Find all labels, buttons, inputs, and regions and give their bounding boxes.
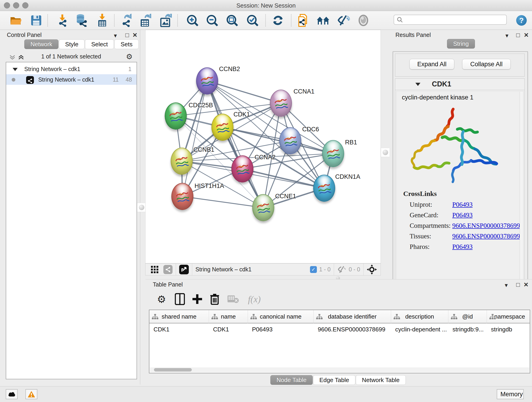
delete-column-trash-icon[interactable] <box>208 292 222 306</box>
tab-network-table[interactable]: Network Table <box>356 375 406 385</box>
cell-database-identifier[interactable]: 9606.ENSP00000378699 <box>314 323 391 335</box>
import-table-button[interactable] <box>95 13 109 27</box>
tab-sets[interactable]: Sets <box>114 39 139 49</box>
node-CCNE1[interactable] <box>252 194 274 221</box>
right-splitter-handle[interactable] <box>381 148 390 157</box>
node-CDC6[interactable] <box>279 127 301 154</box>
search-input[interactable] <box>405 16 506 24</box>
node-CDKN1A[interactable] <box>313 175 335 202</box>
warning-button[interactable] <box>25 389 37 399</box>
import-network-file-button[interactable] <box>55 13 69 27</box>
save-session-button[interactable] <box>29 13 43 27</box>
zoom-selected-button[interactable] <box>245 13 260 27</box>
edge-HIST1H1A-CCNE1[interactable] <box>182 196 263 208</box>
expand-all-button[interactable]: Expand All <box>409 59 454 70</box>
column-header-namespace[interactable]: namespace <box>487 310 530 323</box>
hide-selected-button[interactable] <box>336 13 351 27</box>
cell-name[interactable]: CDK1 <box>209 323 248 335</box>
node-CCNB2[interactable] <box>196 67 218 95</box>
string-view-icon[interactable] <box>163 265 172 274</box>
show-columns-icon[interactable] <box>173 292 187 306</box>
collection-count: 1 <box>128 64 132 74</box>
column-header-canonical-name[interactable]: canonical name <box>248 310 314 323</box>
column-header-@id[interactable]: @id <box>448 310 487 323</box>
cloud-button[interactable] <box>6 389 18 399</box>
toolbar-separator <box>177 14 178 27</box>
float-panel-icon[interactable]: □ <box>516 32 520 39</box>
tab-select[interactable]: Select <box>85 39 114 49</box>
crosslink-link[interactable]: 9606.ENSP00000378699 <box>452 232 520 240</box>
network-status-bar: String Network – cdk1 ✓ 1 - 0 0 - 0 <box>145 263 381 275</box>
left-splitter-handle[interactable] <box>137 203 146 212</box>
node-RB1[interactable] <box>322 140 344 167</box>
node-CCNA1[interactable] <box>270 89 292 117</box>
edge-CCNB2-HIST1H1A[interactable] <box>182 81 207 196</box>
open-in-window-icon[interactable] <box>179 265 189 274</box>
memory-button[interactable]: Memory <box>497 389 524 399</box>
collapse-panel-icon[interactable]: ▾ <box>114 32 117 39</box>
close-panel-icon[interactable]: ✕ <box>524 281 529 288</box>
help-button[interactable]: ? <box>514 13 529 27</box>
node-CCNB1[interactable] <box>171 148 193 175</box>
zoom-in-button[interactable] <box>185 13 200 27</box>
delete-table-icon[interactable] <box>226 292 240 306</box>
edge-CCNB2-CCNA1[interactable] <box>207 81 281 103</box>
node-HIST1H1A[interactable] <box>171 183 193 210</box>
duplicate-network-button[interactable] <box>296 13 310 27</box>
cell-description[interactable]: cyclin-dependent ... <box>391 323 448 335</box>
refresh-button[interactable] <box>271 13 285 27</box>
tab-string[interactable]: String <box>447 39 475 49</box>
column-header-database-identifier[interactable]: database identifier <box>314 310 391 323</box>
column-header-shared-name[interactable]: shared name <box>149 310 209 323</box>
zoom-fit-button[interactable] <box>225 13 239 27</box>
table-row[interactable]: CDK1CDK1P064939606.ENSP00000378699cyclin… <box>149 323 530 335</box>
gear-icon[interactable]: ⚙ <box>126 52 133 61</box>
crosslink-label: GeneCard: <box>410 211 438 219</box>
selected-checkbox-icon[interactable]: ✓ <box>310 266 317 273</box>
node-CDC25B[interactable] <box>165 102 187 129</box>
cdk1-section-header[interactable]: CDK1 <box>395 79 525 90</box>
node-CCNA2[interactable] <box>231 155 253 182</box>
birdseye-crosshair-icon[interactable] <box>367 264 377 274</box>
results-scrollbar[interactable] <box>520 92 523 288</box>
network-canvas[interactable]: CCNB2CCNA1CDC25BCDK1CDC6RB1CCNB1CCNA2CDK… <box>145 30 381 263</box>
table-hscrollbar[interactable] <box>150 367 529 372</box>
collapse-all-button[interactable]: Collapse All <box>462 59 511 70</box>
tab-style[interactable]: Style <box>59 39 85 49</box>
network-collection-row[interactable]: String Network – cdk1 1 <box>6 64 137 74</box>
close-panel-icon[interactable]: ✕ <box>524 32 529 39</box>
crosslink-label: Uniprot: <box>410 201 432 208</box>
collapse-panel-icon[interactable]: ▾ <box>505 282 508 289</box>
export-table-button[interactable] <box>138 13 152 27</box>
crosslink-link[interactable]: P06493 <box>452 243 473 250</box>
node-CDK1[interactable] <box>211 114 234 141</box>
function-builder-icon[interactable]: f(x) <box>244 292 265 306</box>
float-panel-icon[interactable]: □ <box>125 32 129 39</box>
column-header-description[interactable]: description <box>391 310 448 323</box>
grid-view-icon[interactable] <box>151 265 159 274</box>
tab-node-table[interactable]: Node Table <box>270 375 313 385</box>
collapse-panel-icon[interactable]: ▾ <box>505 32 508 39</box>
cell-namespace[interactable]: stringdb <box>487 323 530 335</box>
column-header-name[interactable]: name <box>209 310 248 323</box>
show-all-button[interactable] <box>356 13 370 27</box>
export-network-button[interactable] <box>119 13 133 27</box>
cell-shared-name[interactable]: CDK1 <box>149 323 209 335</box>
crosslink-link[interactable]: 9606.ENSP00000378699 <box>452 222 520 230</box>
table-settings-gear-icon[interactable]: ⚙ <box>155 292 168 306</box>
tab-edge-table[interactable]: Edge Table <box>313 375 355 385</box>
zoom-out-button[interactable] <box>205 13 219 27</box>
close-panel-icon[interactable]: ✕ <box>133 32 138 39</box>
float-panel-icon[interactable]: □ <box>516 281 520 288</box>
cell-@id[interactable]: stringdb:9... <box>448 323 487 335</box>
import-network-from-database-button[interactable] <box>74 13 88 27</box>
open-session-button[interactable] <box>9 13 23 27</box>
crosslink-link[interactable]: P06493 <box>452 201 473 208</box>
network-row-selected[interactable]: String Network – cdk1 11 48 <box>6 74 137 85</box>
tab-network[interactable]: Network <box>24 39 58 49</box>
add-column-icon[interactable] <box>190 292 204 306</box>
crosslink-link[interactable]: P06493 <box>452 211 473 219</box>
cell-canonical-name[interactable]: P06493 <box>248 323 314 335</box>
export-image-button[interactable] <box>159 13 173 27</box>
first-neighbors-button[interactable] <box>316 13 330 27</box>
